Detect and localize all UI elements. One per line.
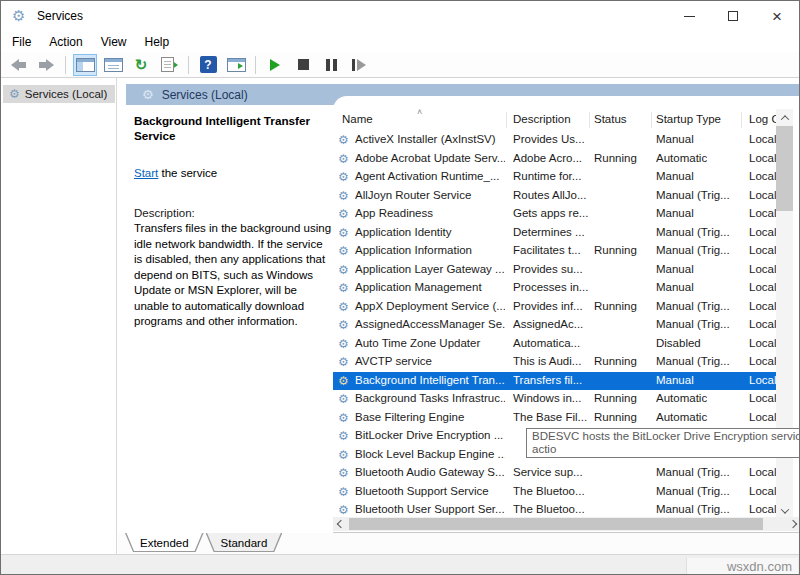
service-gear-icon: ⚙ bbox=[338, 170, 349, 184]
cell-startup: Automatic bbox=[656, 392, 740, 404]
table-row[interactable]: ⚙Bluetooth Support ServiceThe Bluetoo...… bbox=[333, 483, 776, 502]
service-gear-icon: ⚙ bbox=[338, 189, 349, 203]
cell-status: Running bbox=[594, 411, 650, 423]
table-row[interactable]: ⚙Background Intelligent Tran...Transfers… bbox=[333, 372, 776, 391]
table-row[interactable]: ⚙Base Filtering EngineThe Base Fil...Run… bbox=[333, 409, 776, 428]
service-gear-icon: ⚙ bbox=[338, 448, 349, 462]
panel-header-title: Services (Local) bbox=[162, 88, 248, 102]
toolbar-separator bbox=[188, 56, 189, 74]
properties-icon[interactable] bbox=[101, 54, 125, 76]
cell-logon: Local Se bbox=[749, 411, 776, 423]
cell-name: Background Tasks Infrastruc... bbox=[355, 392, 505, 404]
tab-extended[interactable]: Extended bbox=[125, 533, 204, 552]
cell-startup: Disabled bbox=[656, 337, 740, 349]
cell-name: AppX Deployment Service (... bbox=[355, 300, 505, 312]
scrollbar-right-icon[interactable] bbox=[785, 517, 800, 531]
table-row[interactable]: ⚙Agent Activation Runtime_...Runtime for… bbox=[333, 168, 776, 187]
cell-description: Provides Us... bbox=[513, 133, 589, 145]
table-row[interactable]: ⚙AssignedAccessManager Se...AssignedAc..… bbox=[333, 316, 776, 335]
services-table: ˄ Name Description Status Startup Type L… bbox=[333, 96, 800, 533]
service-gear-icon: ⚙ bbox=[338, 411, 349, 425]
menu-item-help[interactable]: Help bbox=[136, 33, 179, 51]
cell-name: Bluetooth Support Service bbox=[355, 485, 505, 497]
service-gear-icon: ⚙ bbox=[338, 263, 349, 277]
restart-service-icon[interactable] bbox=[347, 54, 371, 76]
minimize-button[interactable] bbox=[667, 1, 711, 31]
refresh-icon[interactable]: ↻ bbox=[129, 54, 153, 76]
cell-startup: Manual (Trig... bbox=[656, 226, 740, 238]
service-gear-icon: ⚙ bbox=[338, 429, 349, 443]
cell-startup: Manual (Trig... bbox=[656, 355, 740, 367]
cell-description: Gets apps re... bbox=[513, 207, 589, 219]
sort-ascending-icon: ˄ bbox=[417, 107, 422, 117]
scrollbar-up-icon[interactable] bbox=[776, 109, 793, 126]
maximize-button[interactable] bbox=[711, 1, 755, 31]
table-row[interactable]: ⚙Application Layer Gateway ...Provides s… bbox=[333, 261, 776, 280]
cell-description: Processes in... bbox=[513, 281, 589, 293]
service-gear-icon: ⚙ bbox=[338, 355, 349, 369]
table-row[interactable]: ⚙Application IdentityDetermines ...Manua… bbox=[333, 224, 776, 243]
menu-item-file[interactable]: File bbox=[3, 33, 40, 51]
back-icon[interactable] bbox=[6, 54, 30, 76]
scrollbar-left-icon[interactable] bbox=[333, 517, 348, 531]
cell-name: Background Intelligent Tran... bbox=[355, 374, 505, 386]
export-list-icon[interactable] bbox=[157, 54, 181, 76]
stop-service-icon[interactable] bbox=[291, 54, 315, 76]
title-bar: ⚙ Services × bbox=[1, 1, 799, 31]
cell-startup: Manual bbox=[656, 281, 740, 293]
table-row[interactable]: ⚙Auto Time Zone UpdaterAutomatica...Disa… bbox=[333, 335, 776, 354]
column-divider[interactable] bbox=[741, 112, 742, 128]
horizontal-scrollbar[interactable] bbox=[333, 517, 800, 531]
close-button[interactable]: × bbox=[755, 1, 799, 31]
table-row[interactable]: ⚙AppX Deployment Service (...Provides in… bbox=[333, 298, 776, 317]
watermark: wsxdn.com bbox=[686, 558, 798, 575]
column-header-name[interactable]: Name bbox=[342, 113, 373, 125]
start-service-link[interactable]: Start bbox=[134, 167, 158, 179]
column-divider[interactable] bbox=[589, 112, 590, 128]
column-header-status[interactable]: Status bbox=[594, 113, 627, 125]
forward-icon[interactable] bbox=[34, 54, 58, 76]
table-row[interactable]: ⚙Application InformationFacilitates t...… bbox=[333, 242, 776, 261]
show-action-pane-icon[interactable] bbox=[224, 54, 248, 76]
table-row[interactable]: ⚙ActiveX Installer (AxInstSV)Provides Us… bbox=[333, 131, 776, 150]
menu-item-view[interactable]: View bbox=[92, 33, 136, 51]
column-header-description[interactable]: Description bbox=[513, 113, 571, 125]
cell-logon: Local Sy bbox=[749, 281, 776, 293]
service-gear-icon: ⚙ bbox=[338, 281, 349, 295]
start-service-text: the service bbox=[158, 167, 217, 179]
view-tabs: Extended Standard bbox=[118, 533, 800, 554]
show-console-tree-icon[interactable] bbox=[73, 54, 97, 76]
cell-name: Auto Time Zone Updater bbox=[355, 337, 505, 349]
column-divider[interactable] bbox=[651, 112, 652, 128]
tree-item-label: Services (Local) bbox=[25, 88, 107, 100]
table-row[interactable]: ⚙App ReadinessGets apps re...ManualLocal… bbox=[333, 205, 776, 224]
column-divider[interactable] bbox=[506, 112, 507, 128]
cell-description: Service sup... bbox=[513, 466, 589, 478]
table-row[interactable]: ⚙AVCTP serviceThis is Audi...RunningManu… bbox=[333, 353, 776, 372]
cell-name: Agent Activation Runtime_... bbox=[355, 170, 505, 182]
cell-description: Transfers fil... bbox=[513, 374, 589, 386]
close-icon: × bbox=[772, 8, 782, 25]
vertical-scrollbar-thumb[interactable] bbox=[776, 126, 793, 211]
column-header-startup-type[interactable]: Startup Type bbox=[656, 113, 721, 125]
cell-logon: Local Sy bbox=[749, 318, 776, 330]
table-row[interactable]: ⚙Application ManagementProcesses in...Ma… bbox=[333, 279, 776, 298]
cell-logon: Local Se bbox=[749, 466, 776, 478]
cell-name: BitLocker Drive Encryption ... bbox=[355, 429, 505, 441]
help-icon[interactable]: ? bbox=[196, 54, 220, 76]
service-gear-icon: ⚙ bbox=[338, 485, 349, 499]
table-row[interactable]: ⚙AllJoyn Router ServiceRoutes AllJo...Ma… bbox=[333, 187, 776, 206]
menu-item-action[interactable]: Action bbox=[40, 33, 91, 51]
start-service-icon[interactable] bbox=[263, 54, 287, 76]
maximize-icon bbox=[728, 11, 738, 21]
table-row[interactable]: ⚙Bluetooth Audio Gateway S...Service sup… bbox=[333, 464, 776, 483]
tab-standard[interactable]: Standard bbox=[206, 533, 283, 552]
service-gear-icon: ⚙ bbox=[338, 374, 349, 388]
table-row[interactable]: ⚙Background Tasks Infrastruc...Windows i… bbox=[333, 390, 776, 409]
table-row[interactable]: ⚙Adobe Acrobat Update Serv...Adobe Acro.… bbox=[333, 150, 776, 169]
tree-item-services-local[interactable]: ⚙ Services (Local) bbox=[3, 85, 115, 103]
cell-description: Automatica... bbox=[513, 337, 589, 349]
horizontal-scrollbar-thumb[interactable] bbox=[349, 518, 763, 530]
pause-service-icon[interactable] bbox=[319, 54, 343, 76]
cell-startup: Manual (Trig... bbox=[656, 244, 740, 256]
